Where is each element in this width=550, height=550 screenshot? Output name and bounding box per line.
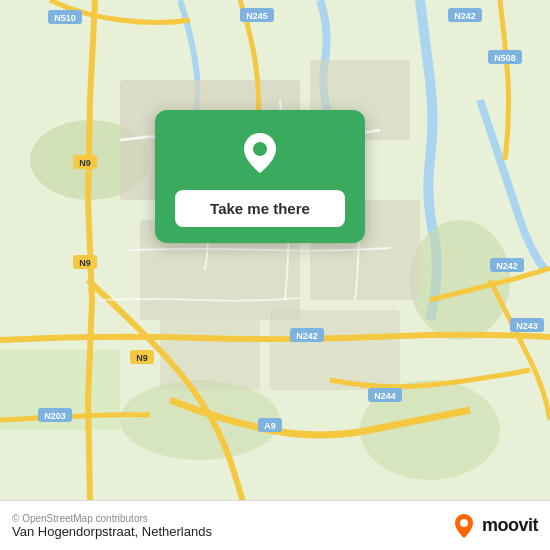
svg-text:N510: N510 [54, 13, 76, 23]
svg-point-38 [253, 142, 267, 156]
svg-point-39 [460, 519, 468, 527]
svg-point-4 [120, 380, 280, 460]
svg-rect-10 [160, 320, 260, 390]
svg-text:N9: N9 [79, 258, 91, 268]
svg-point-2 [410, 220, 510, 340]
location-info: © OpenStreetMap contributors Van Hogendo… [12, 513, 212, 539]
svg-text:N508: N508 [494, 53, 516, 63]
svg-text:N242: N242 [454, 11, 476, 21]
svg-text:N245: N245 [246, 11, 268, 21]
svg-text:N9: N9 [136, 353, 148, 363]
copyright-text: © OpenStreetMap contributors [12, 513, 212, 524]
svg-text:N9: N9 [79, 158, 91, 168]
moovit-icon [450, 512, 478, 540]
moovit-logo: moovit [450, 512, 538, 540]
map-background: N510 N245 N242 N508 N9 N9 N242 N242 N243… [0, 0, 550, 500]
svg-text:N244: N244 [374, 391, 396, 401]
svg-text:N242: N242 [496, 261, 518, 271]
svg-text:N242: N242 [296, 331, 318, 341]
svg-text:A9: A9 [264, 421, 276, 431]
location-card: Take me there [155, 110, 365, 243]
svg-text:N243: N243 [516, 321, 538, 331]
take-me-there-button[interactable]: Take me there [175, 190, 345, 227]
svg-rect-11 [270, 310, 400, 390]
bottom-bar: © OpenStreetMap contributors Van Hogendo… [0, 500, 550, 550]
map-pin-icon [235, 128, 285, 178]
moovit-brand-text: moovit [482, 515, 538, 536]
svg-text:N203: N203 [44, 411, 66, 421]
location-label: Van Hogendorpstraat, Netherlands [12, 524, 212, 539]
